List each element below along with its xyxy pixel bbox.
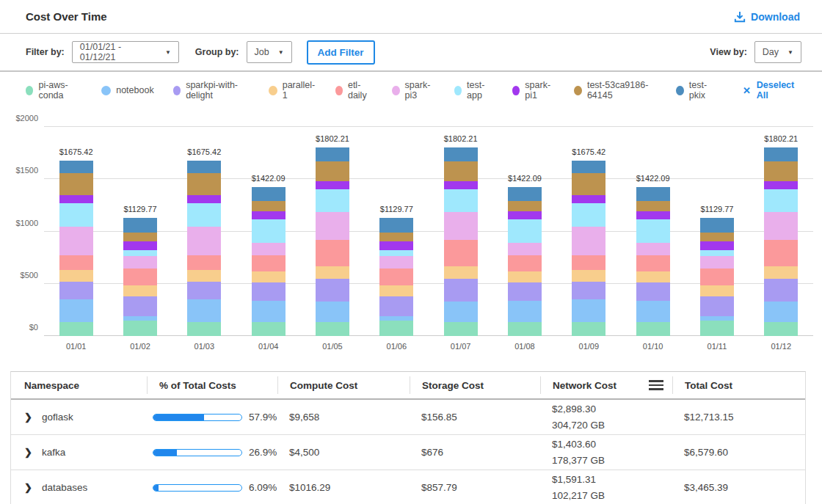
bar-segment-parallel-1 xyxy=(508,271,542,282)
legend-dot-icon xyxy=(335,86,343,95)
expand-chevron-icon[interactable]: ❯ xyxy=(24,447,32,458)
bar-segment-test-pkix xyxy=(508,187,542,201)
bar-segment-parallel-1 xyxy=(316,266,349,279)
network-cost: $1,403.60178,377 GB xyxy=(540,437,672,469)
group-by-select[interactable]: Job ▼ xyxy=(247,41,292,63)
bar-segment-sparkpi-with-delight xyxy=(316,279,349,302)
chart-bar-01/02[interactable] xyxy=(123,218,157,336)
legend-dot-icon xyxy=(676,86,683,95)
chart-bar-01/03[interactable] xyxy=(187,161,221,336)
bar-segment-spark-pi1 xyxy=(59,195,93,203)
bar-segment-parallel-1 xyxy=(764,266,798,279)
chart-bar-01/07[interactable] xyxy=(444,147,478,336)
namespace-name: kafka xyxy=(42,447,65,458)
date-range-select[interactable]: 01/01/21 - 01/12/21 ▼ xyxy=(72,41,179,63)
expand-chevron-icon[interactable]: ❯ xyxy=(24,412,32,423)
add-filter-button[interactable]: Add Filter xyxy=(307,40,375,65)
column-menu-icon[interactable] xyxy=(647,379,665,392)
table-row-databases: ❯databases6.09%$1016.29$857.79$1,591.311… xyxy=(11,470,805,504)
bar-segment-spark-pi1 xyxy=(123,241,157,250)
bar-segment-test-app xyxy=(252,219,285,243)
bar-total-label: $1675.42 xyxy=(187,147,221,156)
view-by-select[interactable]: Day ▼ xyxy=(754,41,801,63)
deselect-all-button[interactable]: ✕ Deselect All xyxy=(743,80,796,101)
bar-segment-etl-daily xyxy=(636,255,670,271)
bar-segment-parallel-1 xyxy=(59,270,93,282)
bar-total-label: $1802.21 xyxy=(764,134,798,143)
bar-total-label: $1675.42 xyxy=(572,147,605,156)
chart-bar-01/06[interactable] xyxy=(379,218,413,336)
legend-item-test-53ca9186-64145[interactable]: test-53ca9186-64145 xyxy=(574,80,657,101)
legend-item-etl-daily[interactable]: etl-daily xyxy=(335,80,374,101)
legend-label: etl-daily xyxy=(348,80,373,101)
legend-dot-icon xyxy=(101,86,111,95)
legend-item-notebook[interactable]: notebook xyxy=(101,85,153,95)
bar-segment-test-53ca9186-64145 xyxy=(187,173,221,195)
expand-chevron-icon[interactable]: ❯ xyxy=(24,482,32,493)
compute-cost: $1016.29 xyxy=(277,482,410,493)
legend-dot-icon xyxy=(392,86,399,95)
bar-segment-sparkpi-with-delight xyxy=(764,279,798,302)
bar-segment-test-pkix xyxy=(636,187,670,201)
download-button[interactable]: Download xyxy=(734,11,800,23)
bar-segment-etl-daily xyxy=(316,240,349,267)
bar-segment-test-pkix xyxy=(764,147,798,161)
bar-segment-sparkpi-with-delight xyxy=(572,282,605,299)
x-axis-tick: 01/05 xyxy=(300,342,364,351)
bar-segment-test-pkix xyxy=(123,218,157,232)
network-cost: $1,591.31102,217 GB xyxy=(540,472,672,504)
x-axis-tick: 01/04 xyxy=(236,342,300,351)
legend-item-parallel-1[interactable]: parallel-1 xyxy=(269,80,316,101)
chart-bar-01/09[interactable] xyxy=(572,161,605,336)
bar-segment-test-53ca9186-64145 xyxy=(764,161,798,181)
page-title: Cost Over Time xyxy=(26,10,107,23)
y-axis-tick: $1000 xyxy=(0,219,38,227)
y-axis-tick: $2000 xyxy=(0,114,38,123)
bar-segment-spark-pi3 xyxy=(700,256,734,269)
date-range-value: 01/01/21 - 01/12/21 xyxy=(80,42,156,62)
bar-segment-pi-aws-conda xyxy=(316,322,349,336)
bar-segment-notebook xyxy=(572,299,605,322)
table-row-kafka: ❯kafka26.9%$4,500$676$1,403.60178,377 GB… xyxy=(11,435,805,470)
chart-bar-01/01[interactable] xyxy=(59,161,93,336)
x-axis-tick: 01/07 xyxy=(429,342,492,351)
bar-segment-pi-aws-conda xyxy=(700,321,734,336)
total-cost: $6,579.60 xyxy=(672,447,805,458)
legend-item-test-pkix[interactable]: test-pkix xyxy=(676,80,716,101)
bar-segment-spark-pi3 xyxy=(508,243,542,255)
chart-bar-01/08[interactable] xyxy=(508,187,542,336)
legend-item-spark-pi3[interactable]: spark-pi3 xyxy=(392,80,434,101)
bar-segment-sparkpi-with-delight xyxy=(636,282,670,301)
namespace-name: goflask xyxy=(42,412,73,423)
chart-bar-01/10[interactable] xyxy=(636,187,670,336)
percent-progress-bar xyxy=(153,414,242,421)
legend-dot-icon xyxy=(269,86,277,95)
y-axis-tick: $0 xyxy=(0,323,38,332)
bar-segment-sparkpi-with-delight xyxy=(59,282,93,299)
legend-label: parallel-1 xyxy=(283,80,316,101)
legend-item-test-app[interactable]: test-app xyxy=(454,80,493,101)
bar-segment-parallel-1 xyxy=(444,266,478,279)
bar-segment-spark-pi1 xyxy=(572,195,605,203)
bar-segment-test-53ca9186-64145 xyxy=(572,173,605,195)
percent-label: 26.9% xyxy=(249,447,277,458)
bar-segment-test-53ca9186-64145 xyxy=(700,233,734,242)
legend-item-sparkpi-with-delight[interactable]: sparkpi-with-delight xyxy=(173,80,250,101)
chart-bar-01/12[interactable] xyxy=(764,147,798,336)
bar-segment-spark-pi1 xyxy=(252,211,285,219)
bar-segment-pi-aws-conda xyxy=(572,322,605,336)
x-axis-tick: 01/10 xyxy=(621,342,685,351)
namespace-name: databases xyxy=(42,482,87,493)
bar-segment-pi-aws-conda xyxy=(187,322,221,336)
bar-segment-test-53ca9186-64145 xyxy=(444,161,478,181)
legend-label: sparkpi-with-delight xyxy=(186,80,250,101)
bar-total-label: $1129.77 xyxy=(700,205,733,213)
bar-segment-test-app xyxy=(59,203,93,227)
chart-bar-01/05[interactable] xyxy=(316,147,349,336)
chart-bar-01/11[interactable] xyxy=(700,218,734,336)
bar-segment-notebook xyxy=(636,301,670,322)
legend-item-pi-aws-conda[interactable]: pi-aws-conda xyxy=(26,80,82,101)
legend-item-spark-pi1[interactable]: spark-pi1 xyxy=(512,80,555,101)
chart-bar-01/04[interactable] xyxy=(252,187,285,336)
bar-segment-spark-pi1 xyxy=(764,181,798,189)
